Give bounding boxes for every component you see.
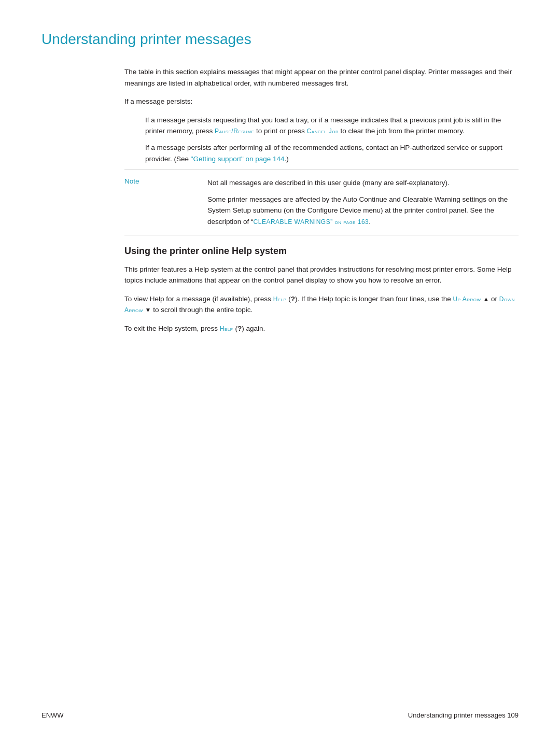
subsection-title: Using the printer online Help system bbox=[124, 246, 519, 257]
indented1-between: to print or press bbox=[254, 127, 306, 135]
subsection-paragraph2: To view Help for a message (if available… bbox=[124, 293, 519, 316]
note-label: Note bbox=[124, 177, 207, 227]
indented1-after: to clear the job from the printer memory… bbox=[339, 127, 465, 135]
cancel-job-link[interactable]: Cancel Job bbox=[307, 128, 339, 135]
p2-end: to scroll through the entire topic. bbox=[151, 306, 253, 314]
down-arrow-symbol: ▼ bbox=[145, 306, 151, 314]
up-arrow-symbol: ▲ bbox=[483, 296, 489, 303]
intro-paragraph1: The table in this section explains messa… bbox=[124, 66, 519, 89]
indented-block-1: If a message persists requesting that yo… bbox=[145, 115, 519, 137]
if-message-persists: If a message persists: bbox=[124, 96, 519, 107]
note-p2-after: . bbox=[369, 218, 371, 226]
p2-symbol1: (?) bbox=[288, 295, 297, 303]
p3-end: again. bbox=[244, 325, 265, 332]
page-title: Understanding printer messages bbox=[41, 31, 519, 48]
note-paragraph2: Some printer messages are affected by th… bbox=[207, 194, 519, 228]
p2-mid: . If the Help topic is longer than four … bbox=[297, 295, 453, 303]
indented2-text: If a message persists after performing a… bbox=[145, 144, 502, 163]
subsection-paragraph3: To exit the Help system, press Help (?) … bbox=[124, 323, 519, 334]
footer-right: Understanding printer messages 109 bbox=[408, 711, 519, 719]
note-content: Not all messages are described in this u… bbox=[207, 177, 519, 227]
subsection-paragraph1: This printer features a Help system at t… bbox=[124, 264, 519, 286]
indented-block-2: If a message persists after performing a… bbox=[145, 142, 519, 164]
main-content: The table in this section explains messa… bbox=[124, 66, 519, 334]
p2-or: or bbox=[489, 295, 499, 303]
up-arrow-link[interactable]: Up Arrow bbox=[453, 296, 481, 303]
help-link-2[interactable]: Help bbox=[220, 325, 233, 332]
page: Understanding printer messages The table… bbox=[0, 0, 560, 745]
clearable-warnings-link[interactable]: CLEARABLE WARNINGS” on page 163 bbox=[254, 218, 369, 226]
getting-support-link[interactable]: "Getting support" on page 144 bbox=[191, 155, 285, 163]
page-footer: ENWW Understanding printer messages 109 bbox=[41, 711, 519, 719]
pause-resume-link[interactable]: Pause/Resume bbox=[215, 128, 254, 135]
p3-symbol: (?) bbox=[235, 325, 244, 332]
note-paragraph1: Not all messages are described in this u… bbox=[207, 177, 519, 189]
help-link-1[interactable]: Help bbox=[273, 296, 287, 303]
p2-before: To view Help for a message (if available… bbox=[124, 295, 273, 303]
p3-before: To exit the Help system, press bbox=[124, 325, 220, 332]
note-section: Note Not all messages are described in t… bbox=[124, 170, 519, 235]
footer-left: ENWW bbox=[41, 711, 64, 719]
